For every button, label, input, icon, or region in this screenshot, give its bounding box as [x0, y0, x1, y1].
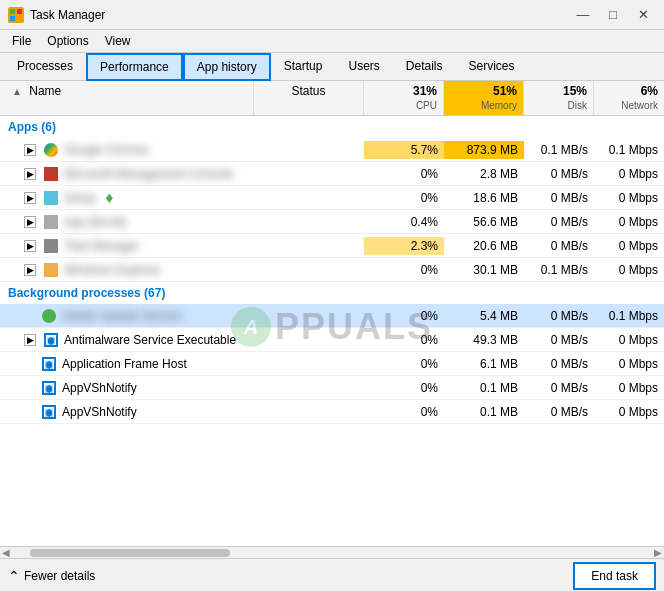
app-icon-appv1	[42, 381, 56, 395]
tab-bar: Processes Performance App history Startu…	[0, 53, 664, 81]
cell-cpu: 0%	[364, 379, 444, 397]
end-task-button[interactable]: End task	[573, 562, 656, 590]
col-header-cpu[interactable]: 31% CPU	[364, 81, 444, 115]
cell-disk: 0 MB/s	[524, 331, 594, 349]
expand-icon[interactable]: ▶	[24, 240, 36, 252]
svg-rect-3	[17, 16, 22, 21]
cell-status	[254, 268, 364, 272]
table-row[interactable]: ▶ Antimalware Service Executable 0% 49.3…	[0, 328, 664, 352]
tab-performance[interactable]: Performance	[86, 53, 183, 81]
app-icon-mmc	[44, 167, 58, 181]
cell-cpu: 0%	[364, 165, 444, 183]
app-icon-tm	[44, 239, 58, 253]
close-button[interactable]: ✕	[630, 5, 656, 25]
app-icon-appv2	[42, 405, 56, 419]
cell-network: 0 Mbps	[594, 165, 664, 183]
menu-view[interactable]: View	[97, 32, 139, 50]
cell-cpu: 0%	[364, 261, 444, 279]
cell-memory: 0.1 MB	[444, 403, 524, 421]
status-bar: ⌃ Fewer details End task	[0, 558, 664, 591]
minimize-button[interactable]: —	[570, 5, 596, 25]
title-bar: Task Manager — □ ✕	[0, 0, 664, 30]
table-row[interactable]: ▶ Google Chrome 5.7% 873.9 MB 0.1 MB/s 0…	[0, 138, 664, 162]
menu-options[interactable]: Options	[39, 32, 96, 50]
scroll-left-btn[interactable]: ◀	[2, 547, 10, 558]
cell-memory: 18.6 MB	[444, 189, 524, 207]
cell-network: 0.1 Mbps	[594, 141, 664, 159]
cell-disk: 0 MB/s	[524, 403, 594, 421]
maximize-button[interactable]: □	[600, 5, 626, 25]
cell-cpu: 0%	[364, 331, 444, 349]
menu-file[interactable]: File	[4, 32, 39, 50]
table-row[interactable]: Adobe Update Service 0% 5.4 MB 0 MB/s 0.…	[0, 304, 664, 328]
cell-name: ▶ Antimalware Service Executable	[0, 331, 254, 349]
table-scroll[interactable]: Apps (6) ▶ Google Chrome 5.7% 873.9 MB 0…	[0, 116, 664, 546]
cell-name: AppVShNotify	[0, 379, 254, 397]
expand-icon[interactable]: ▶	[24, 264, 36, 276]
cell-network: 0 Mbps	[594, 189, 664, 207]
table-row[interactable]: AppVShNotify 0% 0.1 MB 0 MB/s 0 Mbps	[0, 376, 664, 400]
pin-icon: ♦	[105, 189, 113, 207]
cell-cpu: 2.3%	[364, 237, 444, 255]
table-row[interactable]: ▶ Windows Explorer 0% 30.1 MB 0.1 MB/s 0…	[0, 258, 664, 282]
cell-name: Adobe Update Service	[0, 307, 254, 325]
cell-name: AppVShNotify	[0, 403, 254, 421]
tab-apphistory[interactable]: App history	[183, 53, 271, 81]
cell-status	[254, 172, 364, 176]
svg-rect-2	[10, 16, 15, 21]
cell-status	[254, 362, 364, 366]
tab-processes[interactable]: Processes	[4, 53, 86, 81]
expand-icon[interactable]: ▶	[24, 216, 36, 228]
svg-rect-0	[10, 9, 15, 14]
col-header-status[interactable]: Status	[254, 81, 364, 115]
cell-memory: 6.1 MB	[444, 355, 524, 373]
cell-disk: 0.1 MB/s	[524, 261, 594, 279]
cell-disk: 0 MB/s	[524, 213, 594, 231]
expand-icon[interactable]: ▶	[24, 168, 36, 180]
tab-startup[interactable]: Startup	[271, 53, 336, 81]
cell-disk: 0.1 MB/s	[524, 141, 594, 159]
table-row[interactable]: AppVShNotify 0% 0.1 MB 0 MB/s 0 Mbps	[0, 400, 664, 424]
app-title: Task Manager	[30, 8, 105, 22]
cell-status	[254, 338, 364, 342]
cell-memory: 49.3 MB	[444, 331, 524, 349]
fewer-details-button[interactable]: ⌃ Fewer details	[8, 568, 95, 584]
tab-details[interactable]: Details	[393, 53, 456, 81]
cell-status	[254, 386, 364, 390]
expand-icon[interactable]: ▶	[24, 192, 36, 204]
table-row[interactable]: ▶ Task Manager 2.3% 20.6 MB 0 MB/s 0 Mbp…	[0, 234, 664, 258]
tab-users[interactable]: Users	[335, 53, 392, 81]
table-row[interactable]: ▶ App (64-bit) 0.4% 56.6 MB 0 MB/s 0 Mbp…	[0, 210, 664, 234]
cell-status	[254, 244, 364, 248]
cell-memory: 56.6 MB	[444, 213, 524, 231]
cell-disk: 0 MB/s	[524, 237, 594, 255]
app-icon-appframe	[42, 357, 56, 371]
cell-disk: 0 MB/s	[524, 165, 594, 183]
table-row[interactable]: ▶ Microsoft Management Console 0% 2.8 MB…	[0, 162, 664, 186]
col-header-disk[interactable]: 15% Disk	[524, 81, 594, 115]
cell-memory: 0.1 MB	[444, 379, 524, 397]
cell-name: ▶ Microsoft Management Console	[0, 165, 254, 183]
tab-services[interactable]: Services	[456, 53, 528, 81]
cell-memory: 5.4 MB	[444, 307, 524, 325]
cell-memory: 20.6 MB	[444, 237, 524, 255]
app-icon-defender	[44, 333, 58, 347]
scroll-thumb[interactable]	[30, 549, 230, 557]
cell-cpu: 0%	[364, 403, 444, 421]
expand-icon[interactable]: ▶	[24, 334, 36, 346]
expand-icon[interactable]: ▶	[24, 144, 36, 156]
horizontal-scrollbar[interactable]: ◀ ▶	[0, 546, 664, 558]
collapse-arrow[interactable]: ▲	[8, 86, 26, 97]
table-row[interactable]: Application Frame Host 0% 6.1 MB 0 MB/s …	[0, 352, 664, 376]
cell-memory: 2.8 MB	[444, 165, 524, 183]
cell-disk: 0 MB/s	[524, 379, 594, 397]
col-header-name[interactable]: ▲ Name	[0, 81, 254, 115]
table-row[interactable]: ▶ Setup ♦ 0% 18.6 MB 0 MB/s 0 Mbps	[0, 186, 664, 210]
cell-name: Application Frame Host	[0, 355, 254, 373]
scroll-right-btn[interactable]: ▶	[654, 547, 662, 558]
section-apps-header: Apps (6)	[0, 116, 664, 138]
cell-network: 0 Mbps	[594, 261, 664, 279]
col-header-network[interactable]: 6% Network	[594, 81, 664, 115]
app-icon-chrome	[44, 143, 58, 157]
col-header-memory[interactable]: 51% Memory	[444, 81, 524, 115]
